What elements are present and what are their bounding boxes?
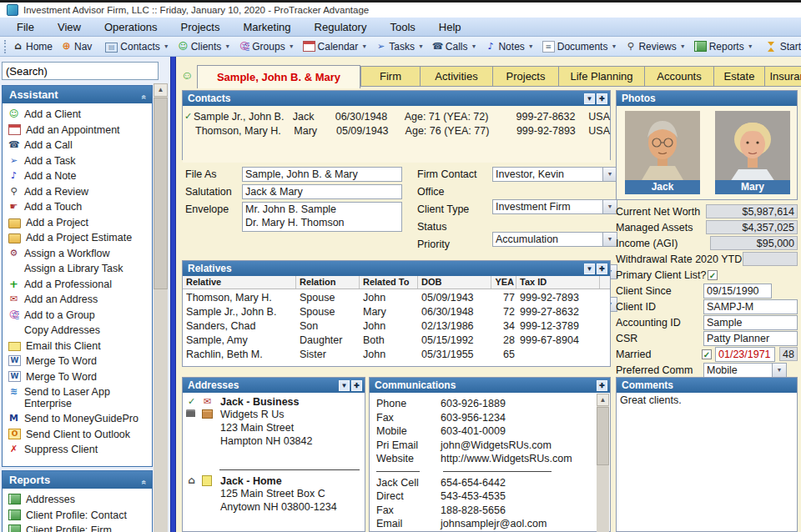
sidebar-item-add-call[interactable]: Add a Call xyxy=(3,138,152,153)
reports-button[interactable]: Reports▼ xyxy=(690,39,758,54)
communication-row[interactable]: Fax188-828-5656 xyxy=(370,504,610,518)
salutation-field[interactable]: Jack & Mary xyxy=(242,184,402,199)
communication-row[interactable]: Pri Emailjohn@WidgetsRUs.com xyxy=(370,439,610,453)
nav-button[interactable]: Nav xyxy=(57,39,96,54)
office-select[interactable]: Investment Firm▼ xyxy=(492,199,617,214)
sidebar-item-copy-addresses[interactable]: Copy Addresses xyxy=(3,323,152,339)
menu-marketing[interactable]: Marketing xyxy=(231,18,302,36)
add-relative-button[interactable]: ✚ xyxy=(597,263,607,274)
add-communication-button[interactable]: ✚ xyxy=(597,380,607,391)
communication-row[interactable]: Fax603-956-1234 xyxy=(370,411,610,425)
address-entry-business[interactable]: Jack - Business Widgets R Us 123 Main St… xyxy=(183,393,365,448)
preferred-comm-select[interactable]: Mobile▼ xyxy=(703,363,787,378)
menu-view[interactable]: View xyxy=(46,18,93,36)
sidebar-item-add-appointment[interactable]: Add an Appointment xyxy=(3,123,152,138)
contacts-button[interactable]: Contacts▼ xyxy=(101,39,173,54)
sidebar-item-add-project-estimate[interactable]: Add a Project Estimate xyxy=(3,230,152,246)
contact-row[interactable]: Thomson, Mary H. Mary 05/09/1943 Age: 76… xyxy=(183,123,610,138)
sidebar-item-email-client[interactable]: Email this Client xyxy=(3,339,152,354)
communication-row[interactable]: Mobile603-401-0009 xyxy=(370,424,610,439)
tasks-button[interactable]: Tasks▼ xyxy=(371,39,428,54)
assistant-header[interactable]: Assistant « xyxy=(3,86,152,103)
firm-contact-select[interactable]: Investor, Kevin▼ xyxy=(492,167,617,182)
sidebar-item-add-professional[interactable]: Add a Professional xyxy=(3,277,152,293)
menu-file[interactable]: File xyxy=(5,18,46,36)
add-contact-button[interactable]: ✚ xyxy=(597,93,607,104)
dropdown-button[interactable]: ▼ xyxy=(602,168,617,181)
sidebar-item-add-project[interactable]: Add a Project xyxy=(3,215,152,231)
pane-divider[interactable] xyxy=(170,57,176,532)
menu-tools[interactable]: Tools xyxy=(378,18,426,36)
sidebar-item-send-moneyguidepro[interactable]: Send to MoneyGuidePro xyxy=(3,411,152,427)
col-related-to[interactable]: Related To xyxy=(360,276,418,289)
relative-row[interactable]: Sample Jr., John B.SpouseMary06/30/19487… xyxy=(183,305,610,319)
sidebar-item-suppress-client[interactable]: Suppress Client xyxy=(3,442,152,458)
relative-row[interactable]: Rachlin, Beth M.SisterJohn05/31/195565 xyxy=(183,348,610,362)
sidebar-item-add-task[interactable]: Add a Task xyxy=(3,153,152,169)
sidebar-item-assign-workflow[interactable]: Assign a Workflow xyxy=(3,246,152,262)
relative-row[interactable]: Sanders, ChadSonJohn02/13/198634999-12-3… xyxy=(183,319,610,334)
col-dob[interactable]: DOB xyxy=(418,276,491,289)
menu-regulatory[interactable]: Regulatory xyxy=(303,18,379,36)
notes-button[interactable]: Notes▼ xyxy=(481,39,537,54)
calls-button[interactable]: Calls▼ xyxy=(428,39,481,54)
calendar-button[interactable]: Calendar▼ xyxy=(299,39,372,54)
active-client-tab[interactable]: Sample, John B. & Mary xyxy=(197,65,360,88)
dropdown-button[interactable]: ▼ xyxy=(602,200,617,213)
tab-estate[interactable]: Estate xyxy=(713,66,765,87)
relative-row[interactable]: Sample, AmyDaughterBoth05/15/199228999-6… xyxy=(183,334,610,348)
communication-row[interactable]: Direct543-453-4535 xyxy=(370,489,610,504)
col-tax-id[interactable]: Tax ID xyxy=(516,276,600,289)
accounting-id-field[interactable]: Sample xyxy=(703,315,798,330)
sidebar-item-merge-to-word-1[interactable]: Merge To Word xyxy=(3,354,152,369)
sidebar-item-add-address[interactable]: Add an Address xyxy=(3,292,152,308)
csr-field[interactable]: Patty Planner xyxy=(703,331,798,346)
report-item-client-profile-contact[interactable]: Client Profile: Contact xyxy=(3,508,152,524)
reports-header[interactable]: Reports « xyxy=(3,471,152,489)
tab-insurance[interactable]: Insurance xyxy=(764,66,801,87)
communication-row[interactable]: Websitehttp://www.WidgetsRUs.com xyxy=(370,452,610,466)
relative-row[interactable]: Thomson, Mary H.SpouseJohn05/09/19437799… xyxy=(183,291,610,305)
address-entry-home[interactable]: Jack - Home 125 Main Street Box C Anytow… xyxy=(183,475,365,514)
documents-button[interactable]: Documents▼ xyxy=(538,39,622,54)
collapse-chevron-icon[interactable]: « xyxy=(136,95,154,100)
tab-accounts[interactable]: Accounts xyxy=(644,66,714,87)
col-relative[interactable]: Relative xyxy=(183,276,296,289)
dropdown-button[interactable]: ▼ xyxy=(602,233,617,246)
file-as-field[interactable]: Sample, John B. & Mary xyxy=(242,167,402,182)
scroll-up-button[interactable]: ▲ xyxy=(597,394,609,406)
col-yea[interactable]: YEA xyxy=(491,276,516,289)
clients-button[interactable]: Clients▼ xyxy=(174,39,235,54)
envelope-field[interactable]: Mr. John B. Sample Dr. Mary H. Thomson xyxy=(242,202,402,232)
collapse-button[interactable]: ▼ xyxy=(339,380,350,391)
col-relation[interactable]: Relation xyxy=(296,276,360,289)
scroll-thumb[interactable] xyxy=(597,407,609,465)
menu-help[interactable]: Help xyxy=(427,18,473,36)
sidebar-item-add-touch[interactable]: Add a Touch xyxy=(3,199,152,215)
sidebar-item-send-outlook[interactable]: Send Client to Outlook xyxy=(3,427,152,443)
tab-projects[interactable]: Projects xyxy=(492,66,559,87)
collapse-button[interactable]: ▼ xyxy=(584,93,595,104)
sidebar-item-assign-library-task[interactable]: Assign a Library Task xyxy=(3,261,152,277)
dropdown-button[interactable]: ▼ xyxy=(772,364,786,377)
menu-operations[interactable]: Operations xyxy=(93,18,169,36)
home-button[interactable]: Home xyxy=(8,39,57,54)
sidebar-item-add-review[interactable]: Add a Review xyxy=(3,184,152,200)
married-checkbox[interactable]: ✓ xyxy=(702,349,712,359)
client-since-field[interactable]: 09/15/1990 xyxy=(703,284,772,299)
collapse-button[interactable]: ▼ xyxy=(584,263,595,274)
primary-client-checkbox[interactable]: ✓ xyxy=(708,270,718,280)
sidebar-item-add-note[interactable]: Add a Note xyxy=(3,168,152,184)
tab-firm[interactable]: Firm xyxy=(360,66,421,87)
communication-row[interactable]: Emailjohnsamplejr@aol.com xyxy=(370,517,610,531)
scroll-up-button[interactable]: ▲ xyxy=(154,83,168,97)
start-timer-button[interactable]: Start Timer xyxy=(763,39,801,54)
scroll-thumb[interactable] xyxy=(154,98,168,289)
tab-activities[interactable]: Activities xyxy=(420,66,493,87)
add-address-button[interactable]: ✚ xyxy=(351,380,362,391)
sidebar-item-add-to-group[interactable]: Add to a Group xyxy=(3,308,152,324)
communication-row[interactable]: Phone603-926-1889 xyxy=(370,397,610,411)
communications-scrollbar[interactable]: ▲ xyxy=(597,394,609,532)
groups-button[interactable]: Groups▼ xyxy=(234,39,298,54)
sidebar-item-add-client[interactable]: Add a Client xyxy=(3,107,152,123)
